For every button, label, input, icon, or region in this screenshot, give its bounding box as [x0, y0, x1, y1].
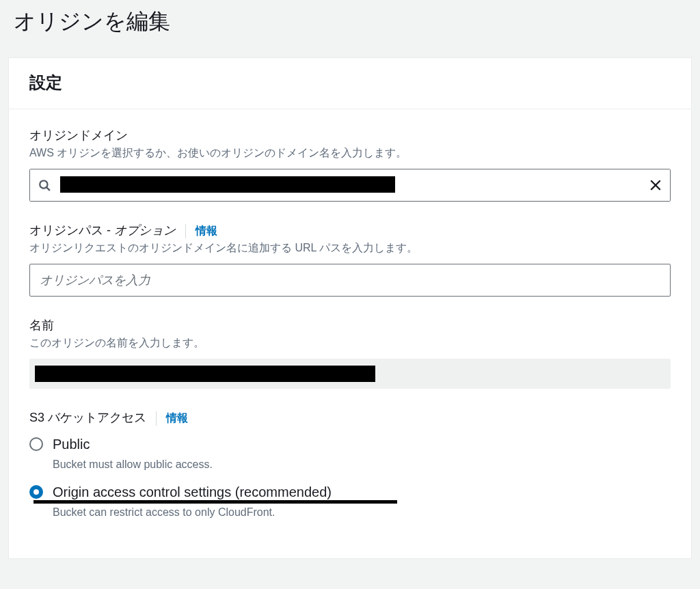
s3-bucket-access-field: S3 バケットアクセス 情報 Public Bucket must allow … — [29, 409, 671, 519]
clear-icon[interactable] — [649, 179, 662, 191]
origin-path-input[interactable] — [29, 264, 671, 297]
radio-description: Bucket can restrict access to only Cloud… — [53, 506, 671, 519]
svg-point-0 — [40, 180, 47, 188]
origin-path-description: オリジンリクエストのオリジンドメイン名に追加する URL パスを入力します。 — [29, 241, 671, 256]
name-label: 名前 — [29, 317, 54, 333]
radio-label: Public — [53, 435, 671, 453]
panel-body: オリジンドメイン AWS オリジンを選択するか、お使いのオリジンのドメイン名を入… — [9, 109, 691, 519]
name-field: 名前 このオリジンの名前を入力します。 — [29, 317, 671, 389]
origin-path-field: オリジンパス - オプション 情報 オリジンリクエストのオリジンドメイン名に追加… — [29, 222, 671, 297]
svg-line-1 — [46, 187, 50, 191]
origin-path-label: オリジンパス - オプション — [29, 222, 176, 238]
radio-option-oac[interactable]: Origin access control settings (recommen… — [29, 483, 671, 519]
redacted-value — [35, 366, 375, 382]
origin-domain-description: AWS オリジンを選択するか、お使いのオリジンのドメイン名を入力します。 — [29, 146, 671, 161]
origin-domain-label: オリジンドメイン — [29, 127, 128, 143]
origin-domain-input-wrapper — [29, 169, 671, 202]
panel-title: 設定 — [29, 72, 671, 94]
name-readonly-display — [29, 359, 671, 389]
name-description: このオリジンの名前を入力します。 — [29, 336, 671, 351]
radio-label: Origin access control settings (recommen… — [53, 483, 332, 501]
s3-bucket-access-label: S3 バケットアクセス — [29, 409, 146, 426]
page-header: オリジンを編集 — [0, 0, 700, 57]
s3-bucket-access-radio-group: Public Bucket must allow public access. … — [29, 435, 671, 519]
s3-bucket-access-info-link[interactable]: 情報 — [156, 411, 188, 426]
search-icon — [38, 179, 51, 191]
origin-domain-field: オリジンドメイン AWS オリジンを選択するか、お使いのオリジンのドメイン名を入… — [29, 127, 671, 202]
origin-path-info-link[interactable]: 情報 — [185, 224, 217, 238]
radio-option-public[interactable]: Public Bucket must allow public access. — [29, 435, 671, 471]
radio-icon — [29, 437, 43, 451]
radio-icon — [29, 485, 43, 499]
settings-panel: 設定 オリジンドメイン AWS オリジンを選択するか、お使いのオリジンのドメイン… — [8, 57, 692, 559]
page-title: オリジンを編集 — [14, 7, 686, 37]
redacted-value — [60, 176, 395, 193]
panel-header: 設定 — [9, 58, 691, 109]
radio-description: Bucket must allow public access. — [53, 458, 671, 471]
